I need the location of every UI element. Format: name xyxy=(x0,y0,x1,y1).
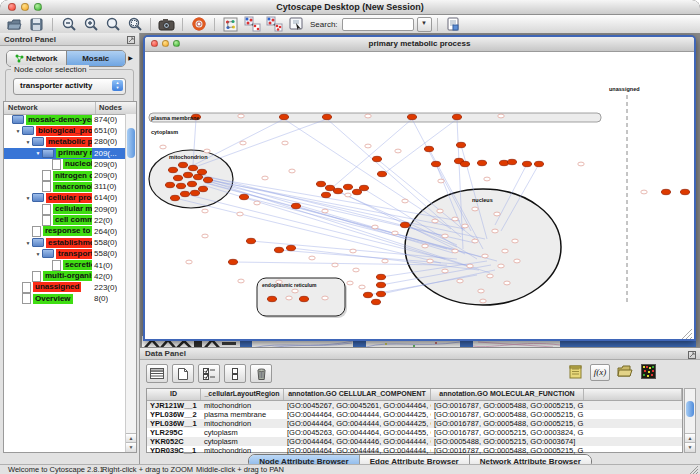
float-panel-icon[interactable] xyxy=(688,351,696,359)
network-node[interactable] xyxy=(322,209,328,213)
network-node[interactable] xyxy=(160,145,166,149)
delete-attribute-button[interactable] xyxy=(250,364,272,383)
float-panel-icon[interactable] xyxy=(127,36,135,44)
network-node[interactable] xyxy=(400,222,409,227)
network-node[interactable] xyxy=(202,234,208,238)
network-node[interactable] xyxy=(322,296,328,300)
network-node[interactable] xyxy=(498,264,504,268)
network-node[interactable] xyxy=(168,167,177,172)
network-node[interactable] xyxy=(512,239,518,243)
network-node[interactable] xyxy=(392,231,398,235)
network-node[interactable] xyxy=(343,184,352,189)
network-node[interactable] xyxy=(376,291,385,296)
network-node[interactable] xyxy=(382,259,388,263)
network-node[interactable] xyxy=(292,289,298,293)
tree-row[interactable]: ▼biological_process651(0) xyxy=(4,125,126,136)
network-node[interactable] xyxy=(502,249,508,253)
network-node[interactable] xyxy=(345,193,351,197)
network-node[interactable] xyxy=(477,160,486,165)
network-node[interactable] xyxy=(514,259,520,263)
annotation-button[interactable] xyxy=(286,16,307,32)
network-node[interactable] xyxy=(240,141,246,145)
tree-row[interactable]: cell communicat22(0) xyxy=(4,215,126,226)
network-node[interactable] xyxy=(438,179,444,183)
network-zoom-button[interactable] xyxy=(173,40,180,47)
search-options-button[interactable] xyxy=(443,16,464,32)
network-node[interactable] xyxy=(504,281,510,285)
new-attribute-button[interactable] xyxy=(172,364,194,383)
network-node[interactable] xyxy=(333,188,342,193)
network-node[interactable] xyxy=(190,190,199,195)
network-node[interactable] xyxy=(188,165,197,170)
network-node[interactable] xyxy=(325,185,334,190)
network-node[interactable] xyxy=(197,169,206,174)
new-network-from-selected-edges-button[interactable] xyxy=(264,16,285,32)
column-header[interactable]: ID xyxy=(147,389,201,400)
network-minimize-button[interactable] xyxy=(162,40,169,47)
network-node[interactable] xyxy=(507,159,516,164)
tree-row[interactable]: ▼establishment of lo558(0) xyxy=(4,237,126,248)
network-node[interactable] xyxy=(371,299,380,304)
network-node[interactable] xyxy=(494,212,500,216)
network-node[interactable] xyxy=(170,195,179,200)
network-node[interactable] xyxy=(442,269,448,273)
network-node[interactable] xyxy=(289,169,295,173)
tab-mosaic[interactable]: Mosaic xyxy=(67,51,126,66)
network-node[interactable] xyxy=(437,209,443,213)
unselect-attributes-button[interactable] xyxy=(224,364,246,383)
table-row[interactable]: YLR295Ccytoplasm[GO:0045263, GO:0044464,… xyxy=(147,428,682,437)
select-attributes-button[interactable] xyxy=(198,364,220,383)
zoom-out-button[interactable] xyxy=(58,16,79,32)
network-node[interactable] xyxy=(462,224,468,228)
network-node[interactable] xyxy=(492,229,498,233)
network-node[interactable] xyxy=(347,281,353,285)
tree-scrollbar[interactable]: ▲ ▼ xyxy=(125,114,136,452)
network-node[interactable] xyxy=(661,189,670,194)
network-node[interactable] xyxy=(282,141,288,145)
network-node[interactable] xyxy=(202,209,208,213)
notes-button[interactable] xyxy=(569,364,583,384)
table-row[interactable]: YKR052Ccytoplasm[GO:0044464, GO:0044446,… xyxy=(147,437,682,446)
network-node[interactable] xyxy=(372,225,378,229)
network-canvas[interactable]: plasma membranecytoplasmmitochondrionnuc… xyxy=(145,51,694,339)
tree-row[interactable]: multi-organism pro42(0) xyxy=(4,271,126,282)
open-file-button[interactable] xyxy=(4,16,25,32)
scroll-down-icon[interactable]: ▼ xyxy=(685,442,695,452)
table-row[interactable]: YPL036W__1mitochondrion[GO:0044464, GO:0… xyxy=(147,419,682,428)
disclosure-triangle-icon[interactable]: ▼ xyxy=(24,240,32,246)
column-header[interactable]: annotation.GO CELLULAR_COMPONENT xyxy=(284,389,431,400)
network-node[interactable] xyxy=(299,296,308,301)
network-node[interactable] xyxy=(165,182,174,187)
network-node[interactable] xyxy=(478,289,484,293)
tree-row[interactable]: ▼primary metabo209(... xyxy=(4,148,126,159)
table-row[interactable]: YJR121W__1mitochondrion[GO:0045267, GO:0… xyxy=(147,401,682,410)
tree-column-network[interactable]: Network xyxy=(4,102,96,114)
network-node[interactable] xyxy=(372,156,381,161)
network-node[interactable] xyxy=(186,260,192,264)
network-node[interactable] xyxy=(377,171,386,176)
search-dropdown-arrow[interactable]: ▼ xyxy=(417,17,432,32)
network-node[interactable] xyxy=(238,114,244,118)
network-node[interactable] xyxy=(279,114,288,119)
tree-row[interactable]: mosaic-demo-yeast874(0) xyxy=(4,114,126,125)
network-node[interactable] xyxy=(407,114,416,119)
tree-row[interactable]: cellular metabo209(0) xyxy=(4,204,126,215)
network-node[interactable] xyxy=(452,114,461,119)
heatmap-button[interactable] xyxy=(641,364,656,384)
network-node[interactable] xyxy=(183,172,192,177)
network-node[interactable] xyxy=(484,177,490,181)
network-node[interactable] xyxy=(452,249,458,253)
tree-scrollbar-thumb[interactable] xyxy=(127,128,135,158)
attribute-grid-button[interactable] xyxy=(146,364,168,383)
network-node[interactable] xyxy=(578,162,584,166)
network-node[interactable] xyxy=(262,176,268,180)
network-node[interactable] xyxy=(359,185,368,190)
network-node[interactable] xyxy=(487,274,493,278)
network-node[interactable] xyxy=(321,192,330,197)
zoom-button[interactable] xyxy=(34,3,42,11)
close-button[interactable] xyxy=(8,3,16,11)
network-node[interactable] xyxy=(457,279,463,283)
tree-row[interactable]: macromolecule311(0) xyxy=(4,181,126,192)
import-attributes-button[interactable] xyxy=(617,364,634,384)
network-node[interactable] xyxy=(187,181,196,186)
